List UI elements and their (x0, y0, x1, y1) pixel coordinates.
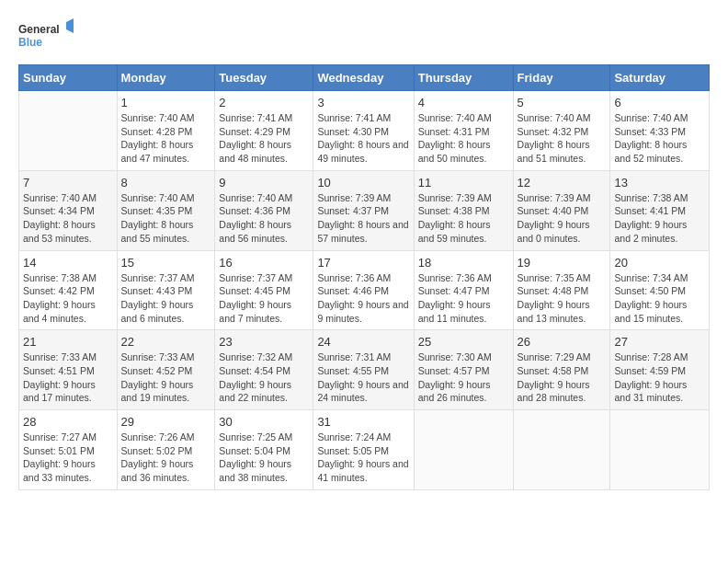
calendar-cell: 1Sunrise: 7:40 AM Sunset: 4:28 PM Daylig… (117, 91, 215, 171)
day-info: Sunrise: 7:41 AM Sunset: 4:30 PM Dayligh… (317, 111, 409, 166)
day-info: Sunrise: 7:40 AM Sunset: 4:33 PM Dayligh… (614, 111, 705, 166)
day-number: 14 (23, 256, 113, 270)
calendar-cell: 28Sunrise: 7:27 AM Sunset: 5:01 PM Dayli… (19, 410, 118, 490)
calendar-cell: 6Sunrise: 7:40 AM Sunset: 4:33 PM Daylig… (610, 91, 710, 171)
day-info: Sunrise: 7:31 AM Sunset: 4:55 PM Dayligh… (317, 350, 409, 405)
day-number: 4 (418, 96, 509, 109)
day-info: Sunrise: 7:36 AM Sunset: 4:46 PM Dayligh… (317, 271, 409, 326)
calendar-cell: 4Sunrise: 7:40 AM Sunset: 4:31 PM Daylig… (414, 91, 513, 171)
day-number: 21 (23, 335, 113, 349)
calendar-cell: 19Sunrise: 7:35 AM Sunset: 4:48 PM Dayli… (513, 250, 610, 330)
day-number: 25 (418, 335, 509, 349)
calendar-cell: 20Sunrise: 7:34 AM Sunset: 4:50 PM Dayli… (610, 250, 710, 330)
day-info: Sunrise: 7:30 AM Sunset: 4:57 PM Dayligh… (418, 350, 509, 405)
calendar-cell: 10Sunrise: 7:39 AM Sunset: 4:37 PM Dayli… (313, 170, 414, 250)
calendar-cell: 7Sunrise: 7:40 AM Sunset: 4:34 PM Daylig… (19, 170, 118, 250)
calendar-cell: 3Sunrise: 7:41 AM Sunset: 4:30 PM Daylig… (313, 91, 414, 171)
calendar-cell: 11Sunrise: 7:39 AM Sunset: 4:38 PM Dayli… (414, 170, 513, 250)
day-number: 31 (317, 415, 409, 429)
calendar-cell: 23Sunrise: 7:32 AM Sunset: 4:54 PM Dayli… (215, 330, 313, 410)
day-info: Sunrise: 7:29 AM Sunset: 4:58 PM Dayligh… (518, 350, 607, 405)
weekday-header-monday: Monday (117, 65, 215, 91)
calendar-cell: 16Sunrise: 7:37 AM Sunset: 4:45 PM Dayli… (215, 250, 313, 330)
day-number: 24 (317, 335, 409, 349)
day-info: Sunrise: 7:27 AM Sunset: 5:01 PM Dayligh… (23, 431, 113, 485)
day-number: 11 (418, 176, 509, 190)
day-number: 1 (121, 96, 211, 109)
day-info: Sunrise: 7:39 AM Sunset: 4:40 PM Dayligh… (518, 191, 607, 246)
calendar-table: SundayMondayTuesdayWednesdayThursdayFrid… (18, 64, 710, 490)
day-number: 15 (121, 256, 211, 270)
weekday-header-saturday: Saturday (610, 65, 710, 91)
day-info: Sunrise: 7:26 AM Sunset: 5:02 PM Dayligh… (121, 431, 211, 485)
calendar-cell: 26Sunrise: 7:29 AM Sunset: 4:58 PM Dayli… (513, 330, 610, 410)
calendar-cell (610, 410, 710, 490)
day-number: 19 (518, 256, 607, 270)
calendar-cell (19, 91, 118, 171)
day-number: 23 (219, 335, 309, 349)
calendar-week-row: 7Sunrise: 7:40 AM Sunset: 4:34 PM Daylig… (19, 170, 710, 250)
day-number: 5 (518, 96, 607, 109)
calendar-cell: 31Sunrise: 7:24 AM Sunset: 5:05 PM Dayli… (313, 410, 414, 490)
calendar-cell: 21Sunrise: 7:33 AM Sunset: 4:51 PM Dayli… (19, 330, 118, 410)
logo-svg: General Blue (18, 18, 74, 55)
svg-text:General: General (18, 23, 60, 36)
calendar-cell: 24Sunrise: 7:31 AM Sunset: 4:55 PM Dayli… (313, 330, 414, 410)
day-info: Sunrise: 7:33 AM Sunset: 4:52 PM Dayligh… (121, 350, 211, 405)
calendar-cell: 30Sunrise: 7:25 AM Sunset: 5:04 PM Dayli… (215, 410, 313, 490)
day-number: 3 (317, 96, 409, 109)
calendar-cell: 25Sunrise: 7:30 AM Sunset: 4:57 PM Dayli… (414, 330, 513, 410)
day-info: Sunrise: 7:40 AM Sunset: 4:32 PM Dayligh… (518, 111, 607, 166)
calendar-week-row: 1Sunrise: 7:40 AM Sunset: 4:28 PM Daylig… (19, 91, 710, 171)
weekday-header-wednesday: Wednesday (313, 65, 414, 91)
calendar-cell: 14Sunrise: 7:38 AM Sunset: 4:42 PM Dayli… (19, 250, 118, 330)
weekday-header-row: SundayMondayTuesdayWednesdayThursdayFrid… (19, 65, 710, 91)
day-number: 9 (219, 176, 309, 190)
day-number: 13 (614, 176, 705, 190)
day-number: 6 (614, 96, 705, 109)
calendar-cell: 2Sunrise: 7:41 AM Sunset: 4:29 PM Daylig… (215, 91, 313, 171)
calendar-cell: 22Sunrise: 7:33 AM Sunset: 4:52 PM Dayli… (117, 330, 215, 410)
day-number: 2 (219, 96, 309, 109)
day-info: Sunrise: 7:32 AM Sunset: 4:54 PM Dayligh… (219, 350, 309, 405)
day-info: Sunrise: 7:38 AM Sunset: 4:42 PM Dayligh… (23, 271, 113, 326)
day-number: 10 (317, 176, 409, 190)
weekday-header-thursday: Thursday (414, 65, 513, 91)
day-number: 18 (418, 256, 509, 270)
day-info: Sunrise: 7:34 AM Sunset: 4:50 PM Dayligh… (614, 271, 705, 326)
day-info: Sunrise: 7:40 AM Sunset: 4:35 PM Dayligh… (121, 191, 211, 246)
day-info: Sunrise: 7:36 AM Sunset: 4:47 PM Dayligh… (418, 271, 509, 326)
day-info: Sunrise: 7:39 AM Sunset: 4:37 PM Dayligh… (317, 191, 409, 246)
calendar-cell: 29Sunrise: 7:26 AM Sunset: 5:02 PM Dayli… (117, 410, 215, 490)
day-info: Sunrise: 7:33 AM Sunset: 4:51 PM Dayligh… (23, 350, 113, 405)
calendar-cell: 27Sunrise: 7:28 AM Sunset: 4:59 PM Dayli… (610, 330, 710, 410)
calendar-cell (513, 410, 610, 490)
day-number: 28 (23, 415, 113, 429)
weekday-header-friday: Friday (513, 65, 610, 91)
day-number: 26 (518, 335, 607, 349)
day-info: Sunrise: 7:38 AM Sunset: 4:41 PM Dayligh… (614, 191, 705, 246)
day-number: 30 (219, 415, 309, 429)
day-info: Sunrise: 7:37 AM Sunset: 4:45 PM Dayligh… (219, 271, 309, 326)
weekday-header-tuesday: Tuesday (215, 65, 313, 91)
svg-marker-2 (66, 18, 74, 33)
weekday-header-sunday: Sunday (19, 65, 118, 91)
day-info: Sunrise: 7:40 AM Sunset: 4:36 PM Dayligh… (219, 191, 309, 246)
day-number: 12 (518, 176, 607, 190)
calendar-week-row: 28Sunrise: 7:27 AM Sunset: 5:01 PM Dayli… (19, 410, 710, 490)
calendar-cell: 8Sunrise: 7:40 AM Sunset: 4:35 PM Daylig… (117, 170, 215, 250)
calendar-week-row: 21Sunrise: 7:33 AM Sunset: 4:51 PM Dayli… (19, 330, 710, 410)
day-info: Sunrise: 7:40 AM Sunset: 4:34 PM Dayligh… (23, 191, 113, 246)
day-info: Sunrise: 7:40 AM Sunset: 4:28 PM Dayligh… (121, 111, 211, 166)
calendar-cell: 5Sunrise: 7:40 AM Sunset: 4:32 PM Daylig… (513, 91, 610, 171)
day-info: Sunrise: 7:35 AM Sunset: 4:48 PM Dayligh… (518, 271, 607, 326)
day-info: Sunrise: 7:39 AM Sunset: 4:38 PM Dayligh… (418, 191, 509, 246)
day-number: 17 (317, 256, 409, 270)
calendar-cell: 9Sunrise: 7:40 AM Sunset: 4:36 PM Daylig… (215, 170, 313, 250)
calendar-cell (414, 410, 513, 490)
calendar-week-row: 14Sunrise: 7:38 AM Sunset: 4:42 PM Dayli… (19, 250, 710, 330)
day-info: Sunrise: 7:40 AM Sunset: 4:31 PM Dayligh… (418, 111, 509, 166)
svg-text:Blue: Blue (18, 36, 42, 49)
calendar-cell: 13Sunrise: 7:38 AM Sunset: 4:41 PM Dayli… (610, 170, 710, 250)
day-info: Sunrise: 7:24 AM Sunset: 5:05 PM Dayligh… (317, 431, 409, 485)
